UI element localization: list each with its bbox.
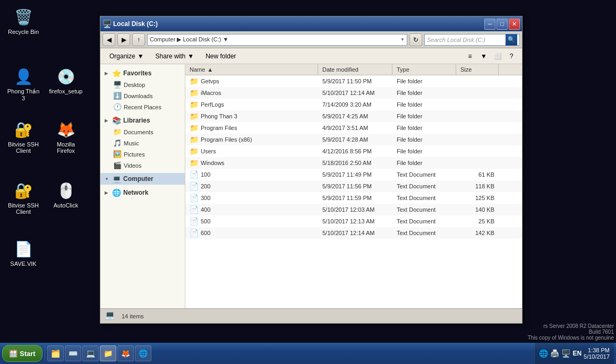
close-button[interactable]: ✕ [509, 19, 520, 30]
col-header-name[interactable]: Name ▲ [185, 64, 318, 75]
file-date: 5/9/2017 11:56 PM [318, 182, 392, 190]
nav-item-desktop[interactable]: 🖥️ Desktop [100, 79, 185, 90]
bitvise-ssh2-label: Bitvise SSH Client [6, 202, 40, 215]
file-type: Text Document [392, 170, 456, 179]
refresh-button[interactable]: ↻ [409, 33, 422, 46]
desktop-icon-save-vik[interactable]: 📄 SAVE.VIK [4, 236, 42, 269]
file-size [456, 127, 499, 129]
forward-button[interactable]: ▶ [117, 33, 130, 46]
taskbar-btn-cmd[interactable]: 💻 [82, 345, 99, 361]
file-name: 200 [201, 183, 210, 189]
nav-item-documents[interactable]: 📁 Documents [100, 126, 185, 137]
address-combo[interactable]: Computer ▶ Local Disk (C:) ▼ ▼ [147, 34, 407, 46]
toolbar: Organize ▼ Share with ▼ New folder ≡ ▼ ⬜… [100, 48, 522, 64]
view-options-button[interactable]: ▼ [477, 50, 490, 63]
desktop-icon-firefox-setup[interactable]: 💿 firefox_setup [47, 64, 85, 97]
desktop-nav-icon: 🖥️ [113, 81, 122, 89]
desktop-icon-recycle-bin[interactable]: 🗑️ Recycle Bin [4, 4, 42, 37]
title-bar: 🖥️ Local Disk (C:) ─ □ ✕ [100, 16, 522, 31]
file-name-cell: 📁 Program Files (x86) [185, 134, 318, 145]
taskbar-btn-firefox[interactable]: 🦊 [117, 345, 134, 361]
table-row[interactable]: 📄 200 5/9/2017 11:56 PM Text Document 11… [185, 180, 522, 192]
maximize-button[interactable]: □ [497, 19, 508, 30]
desktop-icon-bitvise-ssh2[interactable]: 🔐 Bitvise SSH Client [4, 178, 42, 217]
table-row[interactable]: 📁 Program Files (x86) 5/9/2017 4:28 AM F… [185, 134, 522, 145]
file-icon: 📁 [190, 147, 199, 155]
favorites-icon: ⭐ [112, 69, 121, 77]
nav-item-pictures[interactable]: 🖼️ Pictures [100, 149, 185, 160]
table-row[interactable]: 📄 300 5/9/2017 11:59 PM Text Document 12… [185, 192, 522, 204]
nav-item-downloads[interactable]: ⬇️ Downloads [100, 90, 185, 101]
table-row[interactable]: 📄 100 5/9/2017 11:49 PM Text Document 61… [185, 169, 522, 180]
nav-item-videos[interactable]: 🎬 Videos [100, 160, 185, 171]
tray-clock[interactable]: 1:38 PM 5/10/2017 [584, 347, 610, 360]
table-row[interactable]: 📁 iMacros 5/10/2017 12:14 AM File folder [185, 87, 522, 99]
tray-printer-icon[interactable]: 🖨️ [550, 349, 559, 358]
file-name: 100 [201, 171, 210, 178]
file-date: 5/10/2017 12:14 AM [318, 229, 392, 237]
bitvise-ssh1-icon: 🔐 [13, 119, 34, 140]
col-header-date[interactable]: Date modified [318, 64, 392, 75]
col-header-size[interactable]: Size [456, 64, 499, 75]
tray-network-icon[interactable]: 🌐 [539, 349, 548, 358]
desktop-icon-bitvise-ssh1[interactable]: 🔐 Bitvise SSH Client [4, 117, 42, 156]
taskbar-btn-explorer-2[interactable]: 📁 [100, 345, 116, 361]
organize-arrow: ▼ [138, 53, 144, 60]
desktop-icon-phong-than[interactable]: 👤 Phong Thần 3 [4, 64, 42, 103]
file-name-cell: 📄 300 [185, 193, 318, 203]
nav-item-recent[interactable]: 🕐 Recent Places [100, 101, 185, 112]
tray-language[interactable]: EN [572, 350, 581, 357]
nav-item-music[interactable]: 🎵 Music [100, 137, 185, 149]
file-icon: 📁 [190, 159, 199, 167]
minimize-button[interactable]: ─ [484, 19, 495, 30]
tray-display-icon[interactable]: 🖥️ [561, 349, 570, 358]
table-row[interactable]: 📁 Phong Than 3 5/9/2017 4:25 AM File fol… [185, 110, 522, 122]
favorites-header[interactable]: ▶ ⭐ Favorites [100, 67, 185, 79]
col-header-type[interactable]: Type [392, 64, 456, 75]
file-icon: 📁 [190, 77, 199, 85]
start-button[interactable]: 🪟 Start [2, 345, 42, 362]
search-bar[interactable]: Search Local Disk (C:) 🔍 [424, 34, 520, 46]
organize-button[interactable]: Organize ▼ [105, 50, 149, 63]
status-text: 14 items [122, 313, 144, 319]
explorer-window: 🖥️ Local Disk (C:) ─ □ ✕ ◀ ▶ ↑ Computer … [100, 16, 523, 324]
libraries-header[interactable]: ▶ 📚 Libraries [100, 115, 185, 126]
table-row[interactable]: 📄 400 5/10/2017 12:03 AM Text Document 1… [185, 204, 522, 215]
search-button[interactable]: 🔍 [506, 34, 517, 46]
address-arrow: ▼ [400, 37, 405, 42]
computer-header[interactable]: ▼ 💻 Computer [100, 173, 185, 185]
taskbar-btn-terminal[interactable]: ⌨️ [65, 345, 81, 361]
recycle-bin-label: Recycle Bin [8, 29, 39, 35]
autoclick-label: AutoClick [54, 202, 78, 209]
navigation-pane: ▶ ⭐ Favorites 🖥️ Desktop ⬇️ Downloads 🕐 … [100, 64, 185, 308]
taskbar-btn-network[interactable]: 🌐 [135, 345, 151, 361]
back-button[interactable]: ◀ [102, 33, 115, 46]
file-name: Getvps [201, 78, 219, 84]
table-row[interactable]: 📁 PerfLogs 7/14/2009 3:20 AM File folder [185, 99, 522, 110]
file-size [456, 138, 499, 141]
table-row[interactable]: 📁 Program Files 4/9/2017 3:51 AM File fo… [185, 122, 522, 134]
table-row[interactable]: 📄 500 5/10/2017 12:13 AM Text Document 2… [185, 215, 522, 227]
details-view-button[interactable]: ≡ [464, 50, 476, 63]
desktop-icon-mozilla-firefox[interactable]: 🦊 Mozilla Firefox [47, 117, 85, 156]
table-row[interactable]: 📁 Users 4/12/2016 8:56 PM File folder [185, 145, 522, 157]
new-folder-button[interactable]: New folder [201, 50, 241, 63]
file-size: 125 KB [456, 194, 499, 202]
share-with-button[interactable]: Share with ▼ [151, 50, 199, 63]
desktop-icon-autoclick[interactable]: 🖱️ AutoClick [47, 178, 85, 211]
network-header[interactable]: ▶ 🌐 Network [100, 187, 185, 198]
file-size: 25 KB [456, 217, 499, 226]
taskbar-btn-explorer-1[interactable]: 🗂️ [47, 345, 64, 361]
help-button[interactable]: ? [505, 50, 518, 63]
column-headers: Name ▲ Date modified Type Size [185, 64, 522, 75]
file-date: 5/18/2016 2:50 AM [318, 159, 392, 167]
file-name: 400 [201, 206, 210, 213]
start-label: Start [20, 350, 36, 358]
recent-nav-icon: 🕐 [113, 103, 122, 111]
table-row[interactable]: 📄 600 5/10/2017 12:14 AM Text Document 1… [185, 227, 522, 239]
music-nav-icon: 🎵 [113, 139, 122, 147]
table-row[interactable]: 📁 Windows 5/18/2016 2:50 AM File folder [185, 157, 522, 169]
preview-pane-button[interactable]: ⬜ [491, 50, 504, 63]
table-row[interactable]: 📁 Getvps 5/9/2017 11:50 PM File folder [185, 75, 522, 87]
up-button[interactable]: ↑ [132, 33, 145, 46]
